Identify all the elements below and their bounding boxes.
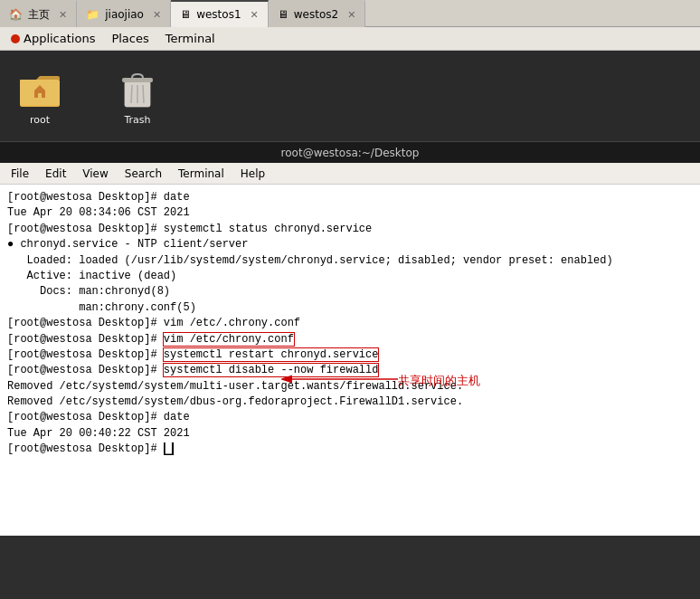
- tab-jiaojiao[interactable]: 📁 jiaojiao ✕: [77, 0, 171, 27]
- applications-label: Applications: [24, 32, 95, 45]
- terminal-file-menu[interactable]: File: [4, 166, 36, 182]
- line-11: [root@westosa Desktop]# systemctl restar…: [7, 347, 693, 363]
- line-5: Loaded: loaded (/usr/lib/systemd/system/…: [7, 253, 693, 269]
- svg-line-6: [131, 85, 132, 103]
- terminal-terminal-menu[interactable]: Terminal: [171, 166, 232, 182]
- applications-menu[interactable]: Applications: [4, 30, 102, 47]
- help-menu-label: Help: [241, 167, 265, 180]
- highlight-1: vim /etc/chrony.conf: [164, 333, 294, 346]
- terminal-titlebar: root@westosa:~/Desktop: [0, 141, 700, 163]
- line-12: [root@westosa Desktop]# systemctl disabl…: [7, 363, 693, 378]
- highlight-3: systemctl disable --now firewalld: [164, 364, 379, 376]
- tab-westos2-close[interactable]: ✕: [347, 9, 355, 21]
- search-menu-label: Search: [125, 167, 162, 180]
- trash-svg: [116, 67, 159, 110]
- tab-jiaojiao-label: jiaojiao: [105, 8, 144, 21]
- svg-rect-5: [122, 78, 153, 82]
- terminal-window: root@westosa:~/Desktop File Edit View Se…: [0, 141, 700, 536]
- terminal-title: root@westosa:~/Desktop: [281, 147, 420, 159]
- line-7: Docs: man:chronyd(8): [7, 284, 693, 300]
- line-3: [root@westosa Desktop]# systemctl status…: [7, 222, 693, 237]
- line-4: ● chronyd.service - NTP client/server: [7, 237, 693, 252]
- line-1: [root@westosa Desktop]# date: [7, 190, 693, 205]
- terminal-menu-top[interactable]: Terminal: [158, 30, 222, 47]
- annotation-text: 共享时间的主机: [398, 373, 480, 390]
- terminal-menubar: File Edit View Search Terminal Help: [0, 163, 700, 185]
- folder-svg: [18, 67, 61, 110]
- tab-jiaojiao-close[interactable]: ✕: [153, 9, 161, 21]
- tab-westos1[interactable]: 🖥 westos1 ✕: [171, 0, 269, 27]
- edit-menu-label: Edit: [45, 167, 66, 180]
- jiaojiao-tab-icon: 📁: [86, 8, 99, 21]
- line-14: Removed /etc/systemd/system/dbus-org.fed…: [7, 395, 693, 410]
- line-15: [root@westosa Desktop]# date: [7, 410, 693, 425]
- applications-icon: [11, 34, 20, 43]
- terminal-menu-label: Terminal: [178, 167, 224, 180]
- terminal-edit-menu[interactable]: Edit: [38, 166, 73, 182]
- line-9: [root@westosa Desktop]# vim /etc/.chrony…: [7, 316, 693, 331]
- desktop-area: root Trash: [0, 51, 700, 141]
- root-icon-label: root: [30, 114, 50, 126]
- tab-home-close[interactable]: ✕: [59, 9, 67, 21]
- tab-home[interactable]: 🏠 主页 ✕: [0, 0, 77, 27]
- terminal-help-menu[interactable]: Help: [233, 166, 272, 182]
- home-tab-icon: 🏠: [9, 8, 23, 21]
- places-label: Places: [111, 32, 148, 45]
- file-menu-label: File: [11, 167, 29, 180]
- line-8: man:chrony.conf(5): [7, 300, 693, 316]
- line-13: Removed /etc/systemd/system/multi-user.t…: [7, 379, 693, 395]
- terminal-search-menu[interactable]: Search: [118, 166, 169, 182]
- terminal-top-label: Terminal: [166, 32, 215, 45]
- view-menu-label: View: [82, 167, 108, 180]
- line-16: Tue Apr 20 00:40:22 CST 2021: [7, 426, 693, 442]
- line-10: [root@westosa Desktop]# vim /etc/chrony.…: [7, 332, 693, 347]
- tab-westos2-label: westos2: [294, 8, 338, 21]
- trash-icon[interactable]: Trash: [116, 67, 159, 126]
- tab-home-label: 主页: [28, 7, 50, 23]
- highlight-2: systemctl restart chronyd.service: [164, 348, 379, 361]
- places-menu[interactable]: Places: [104, 30, 156, 47]
- westos2-tab-icon: 🖥: [278, 8, 289, 21]
- tab-westos1-close[interactable]: ✕: [251, 9, 259, 21]
- tab-bar: 🏠 主页 ✕ 📁 jiaojiao ✕ 🖥 westos1 ✕ 🖥 westos…: [0, 0, 700, 27]
- westos1-tab-icon: 🖥: [180, 8, 191, 21]
- line-2: Tue Apr 20 08:34:06 CST 2021: [7, 205, 693, 221]
- trash-icon-label: Trash: [124, 114, 150, 126]
- line-17: [root@westosa Desktop]# █: [7, 442, 693, 457]
- gnome-menu-bar: Applications Places Terminal: [0, 27, 700, 51]
- tab-westos1-label: westos1: [196, 8, 241, 21]
- svg-line-8: [143, 85, 144, 103]
- terminal-body[interactable]: [root@westosa Desktop]# date Tue Apr 20 …: [0, 185, 700, 536]
- line-6: Active: inactive (dead): [7, 269, 693, 284]
- terminal-view-menu[interactable]: View: [75, 166, 115, 182]
- root-folder-icon[interactable]: root: [18, 67, 61, 126]
- tab-westos2[interactable]: 🖥 westos2 ✕: [269, 0, 366, 27]
